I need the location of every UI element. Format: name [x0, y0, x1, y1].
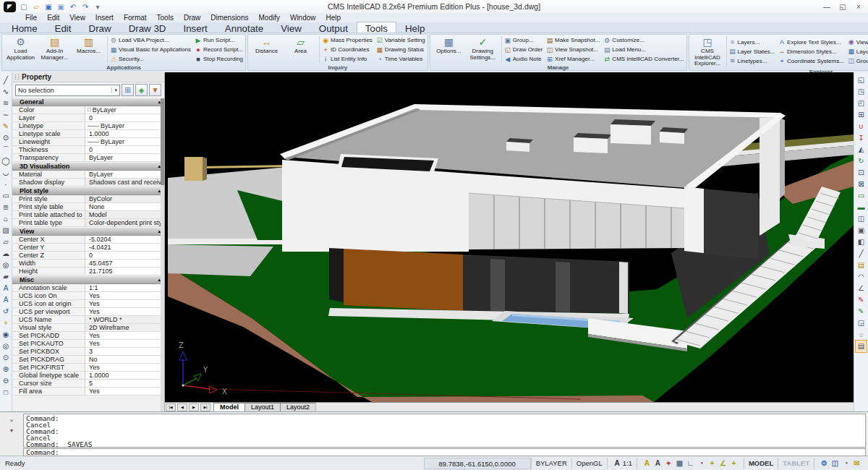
draw-order-button[interactable]: ◱Draw Order: [503, 45, 543, 54]
property-row[interactable]: Layer0: [12, 114, 164, 122]
draw-spline-icon[interactable]: ∿: [1, 86, 12, 98]
quick-select-button[interactable]: ⊞: [122, 84, 134, 96]
render-sun-icon[interactable]: ☼: [856, 329, 867, 341]
pencil-green-icon[interactable]: ✎: [856, 306, 867, 317]
property-row[interactable]: Set PICKADDYes: [12, 332, 164, 340]
distance-button[interactable]: ↔Distance: [250, 35, 284, 64]
mirror-entity-icon[interactable]: ◭: [856, 144, 867, 155]
view-snapshot-button[interactable]: ◫View Snapshot...: [545, 45, 600, 54]
window-cascade-icon[interactable]: ◫: [830, 458, 841, 469]
grid-toggle[interactable]: ▦: [674, 458, 685, 469]
xref-manager-button[interactable]: ⊞Xref Manager...: [545, 54, 600, 64]
settings-gear-icon[interactable]: ⚙: [819, 458, 830, 469]
visual-basic-button[interactable]: ▦Visual Basic for Applications: [109, 45, 192, 54]
dimension-styles-button[interactable]: ↔Dimension Styles...: [778, 47, 845, 56]
annotation-scale-icon[interactable]: A: [612, 458, 623, 469]
draw-ellipse-icon[interactable]: ◯: [1, 155, 12, 167]
draw-multiline-icon[interactable]: ≋: [1, 98, 12, 109]
zoom-in-icon[interactable]: ⊕: [1, 364, 12, 375]
offset-down-icon[interactable]: ↧: [856, 132, 867, 144]
property-row[interactable]: TransparencyByLayer: [12, 154, 164, 162]
section-header[interactable]: 3D Visualisation ▴: [12, 162, 164, 171]
draw-polyline-icon[interactable]: ∼: [1, 109, 12, 121]
draw-donut-icon[interactable]: ◎: [1, 260, 12, 271]
draw-sketch-icon[interactable]: ✎: [1, 121, 12, 132]
annotation-visibility-toggle[interactable]: A: [642, 458, 652, 469]
pan-icon[interactable]: +: [1, 317, 12, 329]
groups-button[interactable]: ◫Groups...: [847, 56, 868, 66]
property-row[interactable]: Center Y-4.0421: [12, 244, 164, 252]
region-solid-icon[interactable]: ▬: [856, 202, 867, 213]
property-row[interactable]: Color□ByLayer: [12, 106, 164, 114]
new-drawing-button[interactable]: ▢: [18, 1, 30, 12]
ribbon-tab[interactable]: View: [272, 22, 310, 33]
list-entity-info-button[interactable]: iList Entity Info: [321, 54, 373, 64]
save-as-button[interactable]: ▣: [55, 1, 67, 12]
prev-tab-button[interactable]: ◀: [177, 403, 187, 411]
ortho-toggle[interactable]: ∟: [685, 458, 696, 469]
run-script-button[interactable]: ▶Run Script...: [194, 35, 244, 45]
union-solid-icon[interactable]: ◫: [856, 213, 867, 225]
property-row[interactable]: UCS per viewportYes: [12, 308, 164, 316]
layout-tab[interactable]: Layout2: [280, 403, 316, 411]
drawing-status-button[interactable]: ▦Drawing Status: [375, 45, 426, 54]
load-application-button[interactable]: ⚙Load Application: [4, 35, 38, 64]
draw-polygon-icon[interactable]: ⌂: [1, 213, 12, 225]
draw-circle-icon[interactable]: ⊙: [1, 132, 12, 144]
close-button[interactable]: ×: [851, 1, 867, 12]
zoom-extents-icon[interactable]: □: [1, 387, 12, 398]
macros-button[interactable]: ▥Macros...: [72, 35, 106, 64]
layouts-button[interactable]: ▦Layouts...: [847, 47, 868, 56]
qat-more-button[interactable]: ▾: [92, 1, 103, 12]
options-button[interactable]: ▦Options...: [432, 35, 466, 64]
property-scrollbar[interactable]: [161, 98, 164, 411]
copy-nested-icon[interactable]: ◳: [856, 86, 867, 98]
save-button[interactable]: ▣: [43, 1, 54, 12]
section-header[interactable]: Plot style ▴: [12, 187, 164, 195]
variable-setting-button[interactable]: ☑Variable Setting: [375, 35, 426, 45]
draw-helix-icon[interactable]: ≣: [1, 202, 12, 213]
model-space-toggle[interactable]: MODEL: [744, 458, 778, 469]
property-row[interactable]: UCS icon at originYes: [12, 300, 164, 308]
draw-point-icon[interactable]: ∙: [1, 179, 12, 190]
property-row[interactable]: UCS Name* WORLD *: [12, 316, 164, 324]
minimize-button[interactable]: —: [819, 1, 835, 12]
command-input[interactable]: Command:: [23, 448, 866, 456]
ribbon-tab[interactable]: Draw: [80, 22, 120, 33]
arc-edit-icon[interactable]: ◠: [856, 271, 867, 283]
regen-icon[interactable]: ↺: [1, 306, 12, 317]
annotation-scale-value[interactable]: 1:1: [623, 458, 632, 469]
draw-hatch-icon[interactable]: ▨: [1, 225, 12, 236]
polar-toggle[interactable]: ◔: [696, 458, 707, 469]
clock-icon[interactable]: ◔: [841, 458, 851, 469]
layout-scrollbar[interactable]: [315, 403, 854, 411]
property-row[interactable]: MaterialByLayer: [12, 171, 164, 179]
coordinate-systems-button[interactable]: ⌖Coordinate Systems...: [778, 56, 845, 66]
ribbon-tab[interactable]: Edit: [46, 22, 80, 33]
property-row[interactable]: Linetype——ByLayer: [12, 122, 164, 130]
load-menu-button[interactable]: ▤Load Menu...: [603, 45, 684, 54]
next-tab-button[interactable]: ▶: [189, 403, 199, 411]
layer-states-button[interactable]: ▤Layer States...: [728, 47, 776, 56]
audio-note-button[interactable]: ◀Audio Note: [503, 54, 543, 64]
property-row[interactable]: Visual style2D Wireframe: [12, 324, 164, 332]
viewport-canvas[interactable]: Z Y X: [165, 72, 854, 402]
section-plane-icon[interactable]: ◧: [856, 236, 867, 248]
angle-edit-icon[interactable]: ∠: [856, 283, 867, 294]
tablet-toggle[interactable]: TABLET: [778, 458, 814, 469]
time-variables-button[interactable]: ◔Time Variables: [375, 54, 426, 64]
draw-mtext-icon[interactable]: A: [1, 294, 12, 306]
zoom-scale-icon[interactable]: ⊙: [1, 352, 12, 364]
property-row[interactable]: Fill areaYes: [12, 388, 164, 396]
select-filter-button[interactable]: ◈: [135, 84, 148, 96]
crosshair-toggle[interactable]: +: [728, 458, 739, 469]
ribbon-tab[interactable]: Help: [396, 22, 433, 33]
draw-arc-icon[interactable]: ⌒: [1, 144, 12, 155]
explore-text-styles-button[interactable]: AExplore Text Styles...: [778, 38, 845, 47]
draw-plane-icon[interactable]: ▰: [1, 271, 12, 283]
property-row[interactable]: Set PICKAUTOYes: [12, 340, 164, 348]
intellicad-converter-button[interactable]: ⇄CMS IntelliCAD Converter...: [603, 54, 684, 64]
linetypes-button[interactable]: ≋Linetypes...: [728, 56, 776, 66]
undo-button[interactable]: ↶: [67, 1, 79, 12]
property-row[interactable]: Shadow displayShadows cast and received: [12, 179, 164, 187]
